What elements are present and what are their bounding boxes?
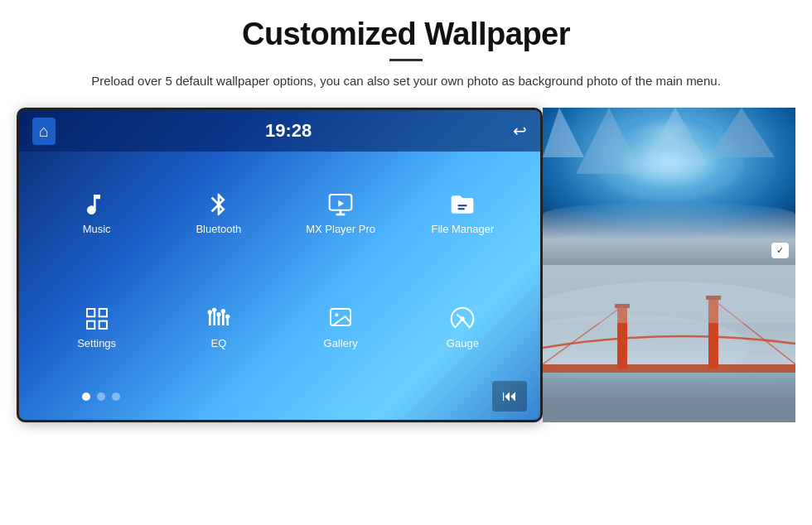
gauge-icon: [449, 306, 476, 332]
svg-point-27: [588, 244, 696, 265]
gallery-icon: [327, 306, 354, 332]
app-gallery[interactable]: Gallery: [280, 283, 402, 373]
skip-button[interactable]: ⏮: [492, 381, 527, 412]
title-divider: [389, 59, 423, 61]
time-display: 19:28: [265, 120, 312, 142]
app-filemanager[interactable]: File Manager: [402, 168, 524, 258]
eq-icon: [205, 306, 232, 332]
app-music[interactable]: Music: [36, 168, 157, 258]
content-row: ⌂ 19:28 ↩ Music: [17, 108, 795, 422]
dot-3[interactable]: [112, 393, 120, 401]
app-settings-label: Settings: [77, 337, 116, 349]
bluetooth-icon: [205, 191, 232, 218]
svg-rect-41: [543, 364, 795, 373]
svg-rect-37: [543, 373, 795, 422]
svg-point-15: [208, 311, 212, 315]
photos-column: ✓: [543, 108, 795, 422]
mxplayer-icon: [327, 191, 354, 218]
svg-rect-6: [99, 309, 106, 316]
app-music-label: Music: [83, 223, 111, 235]
app-gauge[interactable]: Gauge: [402, 283, 524, 373]
svg-point-19: [225, 315, 230, 319]
car-screen: ⌂ 19:28 ↩ Music: [17, 108, 543, 422]
page-container: Customized Wallpaper Preload over 5 defa…: [0, 0, 812, 525]
app-bluetooth[interactable]: Bluetooth: [157, 168, 279, 258]
photo-bottom: [543, 265, 795, 422]
dot-1[interactable]: [82, 393, 90, 401]
svg-rect-24: [543, 108, 795, 265]
photo-badge: ✓: [771, 243, 789, 258]
home-button[interactable]: ⌂: [32, 118, 56, 145]
filemanager-icon: [449, 191, 476, 218]
ice-cave-image: [543, 108, 795, 265]
svg-rect-5: [87, 309, 94, 316]
music-icon: [84, 191, 110, 218]
app-mxplayer-label: MX Player Pro: [306, 223, 375, 235]
svg-rect-7: [87, 321, 94, 329]
status-right: ↩: [513, 121, 527, 141]
page-subtitle: Preload over 5 default wallpaper options…: [91, 71, 721, 91]
page-title: Customized Wallpaper: [242, 17, 570, 52]
back-icon[interactable]: ↩: [513, 121, 527, 141]
app-gauge-label: Gauge: [447, 337, 479, 349]
ice-cave-svg: [543, 108, 795, 265]
app-eq[interactable]: EQ: [157, 283, 279, 373]
bridge-scene-image: [543, 265, 795, 422]
app-grid-row1: Music Bluetooth: [19, 152, 540, 267]
screen-inner: ⌂ 19:28 ↩ Music: [19, 110, 540, 420]
svg-point-26: [543, 236, 621, 265]
app-bluetooth-label: Bluetooth: [196, 223, 241, 235]
app-filemanager-label: File Manager: [431, 223, 494, 235]
svg-point-16: [212, 308, 216, 312]
svg-point-18: [221, 309, 225, 313]
settings-icon: [84, 306, 110, 332]
app-settings[interactable]: Settings: [36, 283, 157, 373]
photo-top: ✓: [543, 108, 795, 265]
bottom-bar: ⏮: [19, 381, 540, 420]
svg-rect-50: [543, 265, 795, 323]
status-bar: ⌂ 19:28 ↩: [19, 110, 540, 152]
dot-2[interactable]: [97, 393, 105, 401]
svg-point-17: [216, 312, 220, 316]
page-dots: [82, 393, 120, 401]
svg-point-25: [602, 116, 735, 199]
svg-point-28: [650, 236, 766, 265]
app-gallery-label: Gallery: [324, 337, 358, 349]
svg-rect-8: [99, 321, 106, 329]
svg-line-23: [457, 315, 463, 319]
app-mxplayer[interactable]: MX Player Pro: [280, 168, 402, 258]
svg-rect-20: [331, 309, 350, 325]
svg-point-21: [335, 314, 338, 317]
app-grid-row2: Settings: [19, 267, 540, 382]
badge-icon: ✓: [776, 245, 784, 256]
app-eq-label: EQ: [210, 337, 226, 349]
bridge-svg: [543, 265, 795, 422]
home-icon: ⌂: [39, 122, 49, 141]
